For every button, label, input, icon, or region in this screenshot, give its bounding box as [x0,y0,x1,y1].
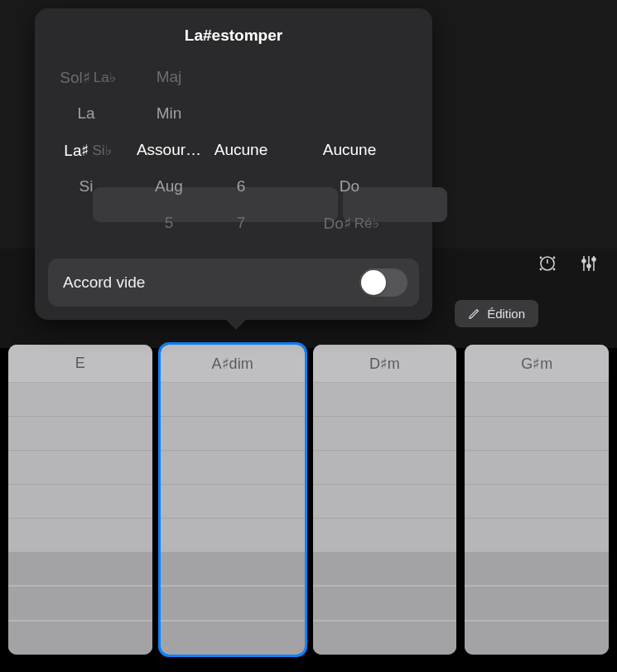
top-toolbar [537,254,599,273]
svg-point-4 [540,268,541,269]
pencil-icon [468,307,480,320]
chord-strip-2[interactable]: D♯m [313,345,457,655]
popover-title: La#estomper [48,27,419,45]
svg-point-11 [592,258,595,261]
chord-strip-1[interactable]: A♯dim [161,345,305,655]
strip-strings[interactable] [465,383,609,655]
edit-button-label: Édition [487,307,525,321]
strip-strings[interactable] [8,383,152,655]
strip-strings[interactable] [161,383,305,655]
chord-strip-3[interactable]: G♯m [465,345,609,655]
empty-chord-toggle[interactable] [359,268,407,297]
chord-quality-picker[interactable]: Maj Min Assour… Aug 5 [131,65,207,235]
empty-chord-row: Accord vide [48,259,419,307]
chord-strips: E A♯dim D♯m G♯m [5,345,612,655]
chord-strip-0[interactable]: E [8,345,152,655]
chord-strip-label: E [8,345,152,383]
toggle-knob [361,270,386,295]
svg-point-10 [587,264,590,268]
chord-edit-popover: La#estomper Sol♯La♭ La La♯Si♭ Si Maj Min… [35,8,432,320]
edit-button[interactable]: Édition [455,300,538,327]
empty-chord-label: Accord vide [63,273,145,292]
root-note-picker[interactable]: Sol♯La♭ La La♯Si♭ Si [48,65,128,235]
chord-strip-label: G♯m [465,345,609,383]
chord-extension-picker[interactable]: Aucune 6 7 [207,65,275,235]
chord-strip-label: A♯dim [161,345,305,383]
svg-point-3 [553,257,554,258]
svg-point-2 [540,257,541,258]
bass-note-picker[interactable]: Aucune Do Do♯Ré♭ [311,65,391,235]
svg-point-9 [582,259,586,263]
chord-strip-label: D♯m [313,345,457,383]
timing-icon[interactable] [537,254,557,273]
svg-point-5 [553,268,554,269]
sliders-icon[interactable] [579,254,599,273]
strip-strings[interactable] [313,383,457,655]
